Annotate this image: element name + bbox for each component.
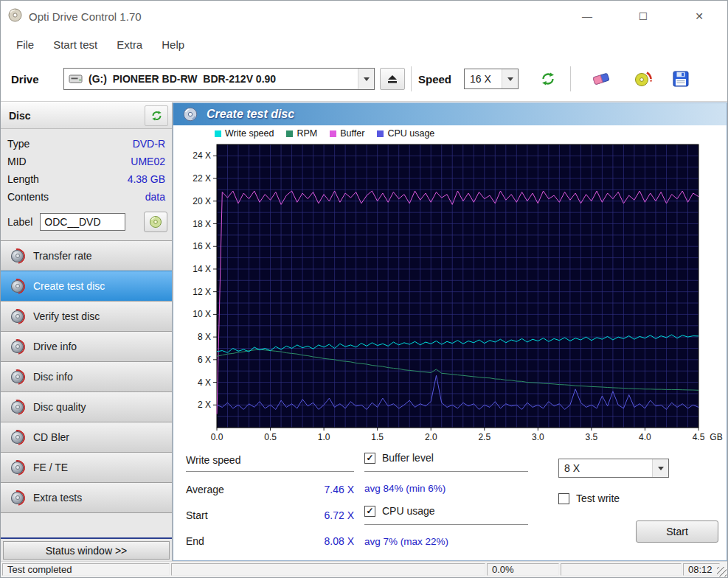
result-label: Start [186,509,208,521]
sidebar-item-cd-bler[interactable]: CD Bler [1,422,172,453]
sidebar-item-label: Verify test disc [33,310,100,322]
sidebar-item-label: Extra tests [33,492,82,504]
sidebar-buttons: Transfer rateCreate test discVerify test… [1,241,172,513]
speed-select-arrow[interactable] [502,69,518,88]
disc-label-button[interactable] [144,212,167,232]
svg-text:2.5: 2.5 [478,432,490,442]
drive-select-value: (G:) PIONEER BD-RW BDR-212V 0.90 [83,73,358,85]
sidebar-item-disc-quality[interactable]: Disc quality [1,391,172,422]
app-icon [8,8,22,25]
svg-text:6 X: 6 X [198,355,211,365]
sidebar-item-extra-tests[interactable]: Extra tests [1,482,172,513]
elapsed-time: 08:12 [683,563,720,576]
erase-disc-button[interactable] [586,66,616,91]
eraser-icon [590,70,612,88]
legend-label: CPU usage [387,128,434,139]
legend-label: RPM [297,128,317,139]
sidebar-item-transfer-rate[interactable]: Transfer rate [1,240,172,271]
status-text: Test completed [2,563,170,576]
sidebar-item-create-test-disc[interactable]: Create test disc [1,271,172,302]
resize-grip[interactable] [717,567,727,577]
svg-text:20 X: 20 X [193,196,211,206]
start-button[interactable]: Start [636,520,718,543]
refresh-icon [150,110,163,122]
legend-swatch [215,130,221,137]
menu-item-extra[interactable]: Extra [107,34,152,55]
status-window-button[interactable]: Status window >> [3,541,170,560]
disc-icon [11,371,24,383]
disc-icon [11,462,24,474]
burn-speed-select[interactable]: 8 X [558,459,669,478]
buffer-level-checkbox[interactable]: ✓ [364,453,375,464]
refresh-speeds-button[interactable] [535,68,561,90]
refresh-icon [540,72,556,86]
refresh-disc-button[interactable] [145,105,168,126]
disc-icon [11,280,24,293]
legend-swatch [377,130,384,137]
drive-select-arrow[interactable] [358,69,374,89]
close-button[interactable]: ✕ [671,1,727,32]
drive-select[interactable]: (G:) PIONEER BD-RW BDR-212V 0.90 [63,68,375,90]
disc-info: TypeDVD-RMIDUME02Length4.38 GBContentsda… [7,135,165,206]
main-header-title: Create test disc [207,108,294,121]
test-write-checkbox[interactable] [558,493,569,504]
legend-item-cpu-usage: CPU usage [377,128,434,139]
burn-speed-arrow[interactable] [652,459,668,477]
minimize-button[interactable]: — [559,1,615,32]
sidebar-item-drive-info[interactable]: Drive info [1,331,172,362]
label-input[interactable] [40,213,125,231]
eject-button[interactable] [380,68,405,90]
result-value: 7.46 X [325,484,354,495]
window-title: Opti Drive Control 1.70 [29,10,142,23]
svg-text:3.0: 3.0 [532,432,544,442]
toolbar: Drive (G:) PIONEER BD-RW BDR-212V 0.90 S… [1,57,727,102]
result-row-start: Start6.72 X [186,502,354,528]
sidebar: Disc TypeDVD-RMIDUME02Length4.38 GBConte… [1,102,173,561]
disc-icon [149,215,162,229]
menu-item-start-test[interactable]: Start test [44,34,107,55]
info-value: DVD-R [133,138,165,150]
svg-text:2 X: 2 X [198,400,211,410]
svg-text:4.5: 4.5 [693,432,705,442]
cpu-usage-label: CPU usage [382,505,435,517]
sidebar-divider [1,537,172,539]
disc-icon [11,310,24,323]
info-label: MID [7,156,27,167]
status-bar: Test completed 0.0% 08:12 [1,561,727,577]
svg-text:12 X: 12 X [193,287,211,297]
disc-info-row-type: TypeDVD-R [7,135,165,153]
result-label: Average [186,484,224,495]
sidebar-item-fe-te[interactable]: FE / TE [1,452,172,483]
speed-select[interactable]: 16 X [464,69,519,89]
sidebar-item-verify-test-disc[interactable]: Verify test disc [1,301,172,332]
drive-icon [69,73,83,85]
disc-icon [183,107,198,122]
sidebar-item-label: Create test disc [33,280,105,292]
toolbar-separator [411,66,412,91]
svg-text:0.5: 0.5 [264,432,277,442]
statusbar-spacer [561,563,682,576]
result-row-end: End8.08 X [186,528,354,554]
menu-item-file[interactable]: File [7,34,44,55]
maximize-button[interactable]: ☐ [615,1,671,32]
menu-item-help[interactable]: Help [152,34,194,55]
sidebar-item-label: Drive info [33,341,77,352]
save-button[interactable] [667,66,695,91]
legend-item-write-speed: Write speed [215,128,274,139]
svg-text:4.0: 4.0 [639,432,651,442]
burn-tools-button[interactable] [628,66,659,91]
info-label: Type [7,138,30,150]
cpu-usage-checkbox[interactable]: ✓ [364,506,375,517]
burn-disc-icon [633,70,654,88]
svg-text:3.5: 3.5 [586,432,598,442]
sidebar-item-disc-info[interactable]: Disc info [1,361,172,392]
label-row: Label [7,212,167,232]
svg-text:0.0: 0.0 [211,432,223,442]
disc-panel-header: Disc [1,102,172,129]
cpu-stats: avg 7% (max 22%) [364,532,448,550]
svg-text:22 X: 22 X [193,173,211,184]
sidebar-item-label: Transfer rate [33,250,92,262]
save-icon [672,70,690,88]
disc-icon [11,341,24,353]
info-label: Length [7,173,39,185]
